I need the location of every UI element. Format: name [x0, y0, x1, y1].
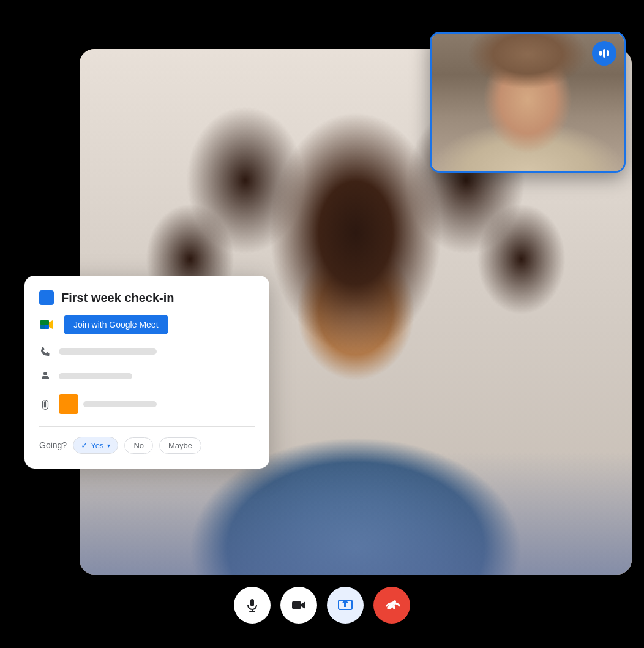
guests-icon	[39, 370, 51, 382]
event-meet-row: Join with Google Meet	[39, 315, 255, 334]
share-button[interactable]	[327, 587, 364, 624]
svg-rect-6	[250, 599, 254, 606]
phone-icon	[39, 345, 51, 358]
video-button[interactable]	[280, 587, 317, 624]
guests-text-placeholder	[59, 373, 132, 379]
attachment-thumb	[59, 394, 78, 414]
svg-rect-9	[292, 601, 301, 609]
going-row: Going? ✓ Yes ▾ No Maybe	[39, 437, 255, 454]
attachment-row-outer	[39, 392, 255, 416]
yes-label: Yes	[91, 441, 103, 450]
yes-button[interactable]: ✓ Yes ▾	[73, 437, 118, 454]
join-meet-button[interactable]: Join with Google Meet	[64, 315, 168, 334]
svg-rect-4	[40, 320, 45, 329]
svg-rect-14	[393, 606, 395, 609]
svg-rect-13	[388, 606, 391, 609]
event-title-row: First week check-in	[39, 290, 255, 305]
scene: First week check-in	[0, 0, 644, 648]
guests-row	[39, 367, 255, 385]
mic-button[interactable]	[234, 587, 271, 624]
attachment-row	[59, 394, 157, 414]
attachment-name-placeholder	[83, 401, 157, 407]
speaking-badge	[592, 41, 616, 66]
phone-text-placeholder	[59, 348, 157, 355]
share-screen-icon	[337, 597, 353, 613]
no-button[interactable]: No	[124, 437, 153, 454]
speaking-bars-icon	[599, 49, 609, 58]
hangup-button[interactable]	[373, 587, 410, 624]
check-icon: ✓	[81, 440, 88, 450]
event-title: First week check-in	[61, 291, 174, 305]
going-label: Going?	[39, 440, 67, 450]
svg-marker-10	[301, 601, 305, 609]
maybe-button[interactable]: Maybe	[159, 437, 201, 454]
dropdown-arrow-icon: ▾	[107, 442, 110, 449]
google-meet-icon	[39, 316, 56, 333]
thumbnail-video	[430, 32, 626, 173]
event-card: First week check-in	[24, 276, 269, 469]
phone-row	[39, 343, 255, 360]
video-camera-icon	[291, 597, 307, 613]
controls-bar	[234, 587, 410, 624]
attachment-icon	[39, 398, 51, 410]
event-divider	[39, 426, 255, 427]
event-color-dot	[39, 290, 54, 305]
hangup-icon	[384, 597, 400, 613]
mic-icon	[244, 597, 260, 613]
